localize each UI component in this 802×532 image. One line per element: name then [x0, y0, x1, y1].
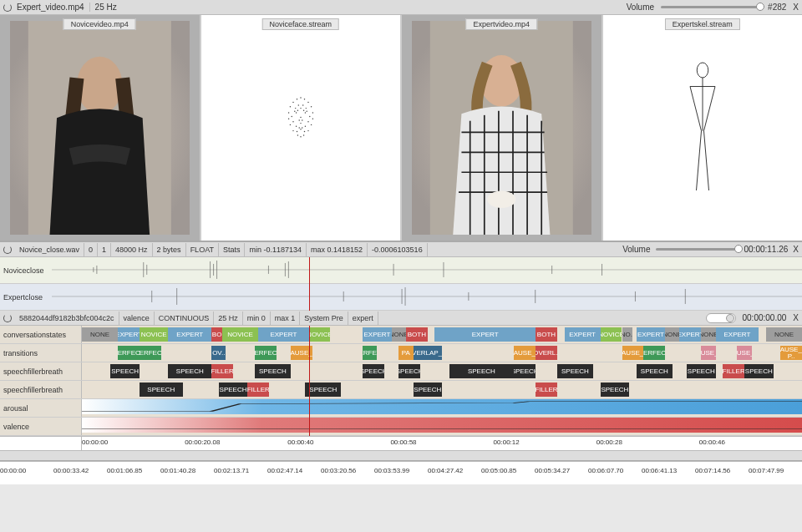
track-row[interactable]: transitionsPERFECTPERFECTOV..PERFECTPAUS… [0, 344, 802, 362]
segment[interactable]: PERFECT [140, 346, 161, 360]
segment[interactable]: PAUSE_B [622, 346, 644, 360]
segment[interactable]: EXPERT [637, 327, 665, 342]
segment[interactable]: SPEECH [168, 364, 211, 378]
segment[interactable]: SPEECH [744, 364, 773, 378]
anno-min: min 0 [243, 312, 271, 325]
track-row[interactable]: speechfillerbreathSPEECHSPEECHFILLERSPEE… [0, 362, 802, 381]
panel-label: Noviceface.stream [261, 18, 339, 30]
segment[interactable]: SPEECH [449, 364, 515, 378]
svg-point-42 [295, 108, 296, 109]
audio-channel[interactable]: 0 [84, 243, 98, 256]
segment[interactable]: NONE [82, 327, 118, 342]
refresh-icon[interactable] [3, 314, 12, 322]
segment[interactable]: NONE [392, 327, 406, 342]
ruler-tick: 00:07:14.56 [695, 467, 730, 474]
segment[interactable]: EXPERT [434, 327, 536, 342]
panel-expert-skel[interactable]: Expertskel.stream [603, 15, 803, 241]
track-content[interactable]: PERFECTPERFECTOV..PERFECTPAUSE_BPERFECTP… [82, 344, 802, 362]
svg-line-65 [696, 131, 701, 190]
fps-label: 25 Hz [89, 3, 117, 12]
segment[interactable]: PERFECT [363, 346, 377, 360]
segment[interactable]: SPEECH [398, 364, 420, 378]
segment[interactable]: BO [211, 327, 222, 342]
segment[interactable]: SPEECH [305, 383, 341, 397]
segment[interactable]: NONE [766, 327, 802, 342]
playhead[interactable] [309, 257, 311, 311]
segment[interactable]: EXPERT [168, 327, 211, 342]
audio-stats[interactable]: Stats [219, 243, 246, 256]
segment[interactable]: EXPERT [363, 327, 391, 342]
audio-volume-slider[interactable] [656, 248, 739, 251]
segment[interactable]: NONE [665, 327, 679, 342]
segment[interactable]: SPEECH [140, 383, 183, 397]
segment[interactable]: PAUSE_W [701, 346, 715, 360]
track-row[interactable]: arousal [0, 399, 802, 418]
track-row[interactable]: conversationstatesNONEEXPERTNOVICEEXPERT… [0, 326, 802, 344]
segment[interactable]: PAUSE_B P.. [780, 346, 802, 360]
segment[interactable]: OVERL.. [536, 346, 557, 360]
segment[interactable]: SPEECH [514, 364, 536, 378]
segment[interactable]: PERFECT [255, 346, 277, 360]
close-button[interactable]: X [793, 313, 799, 322]
panel-expert-video[interactable]: Expertvideo.mp4 [402, 15, 603, 241]
audio-pipe[interactable]: 1 [98, 243, 111, 256]
segment[interactable]: BOTH [536, 327, 557, 342]
segment[interactable]: OV.. [211, 346, 226, 360]
segment[interactable]: FILLER [247, 383, 269, 397]
segment[interactable]: PA [398, 346, 413, 360]
panel-novice-video[interactable]: Novicevideo.mp4 [0, 15, 201, 241]
volume-slider[interactable] [661, 6, 761, 8]
segment[interactable]: NOVICE [222, 327, 258, 342]
segment[interactable]: PAUSE_W [737, 346, 751, 360]
svg-point-17 [297, 134, 297, 135]
segment[interactable]: EXPERT [679, 327, 701, 342]
scroll-indicator[interactable] [0, 451, 802, 461]
close-button[interactable]: X [793, 245, 799, 254]
segment[interactable]: SPEECH [601, 383, 629, 397]
track-row[interactable]: speechfillerbreathSPEECHSPEECHFILLERSPEE… [0, 381, 802, 399]
segment[interactable]: FILLER [536, 383, 557, 397]
track-content[interactable]: NONEEXPERTNOVICEEXPERTBONOVICEEXPERTNOVI… [82, 326, 802, 343]
track-content[interactable] [82, 418, 802, 433]
segment[interactable]: SPEECH [557, 364, 593, 378]
segment[interactable]: PERFECT [118, 346, 140, 360]
segment[interactable]: OVERLAP_W [414, 346, 442, 360]
waveform-row[interactable]: Expertclose [0, 284, 802, 311]
segment[interactable]: FILLER [211, 364, 233, 378]
segment[interactable]: BOTH [406, 327, 428, 342]
track-content[interactable]: SPEECHSPEECHFILLERSPEECHSPEECHSPEECHSPEE… [82, 362, 802, 380]
panel-novice-face[interactable]: Noviceface.stream [201, 15, 403, 241]
audio-rate: 48000 Hz [111, 243, 153, 256]
segment[interactable]: EXPERT [716, 327, 759, 342]
segment[interactable]: SPEECH [255, 364, 291, 378]
track-content[interactable] [82, 399, 802, 414]
segment[interactable]: SPEECH [219, 383, 247, 397]
segment[interactable]: NOVICE [140, 327, 168, 342]
toggle-switch[interactable] [706, 313, 736, 323]
segment[interactable]: EXPERT [118, 327, 140, 342]
segment[interactable]: NO.. [622, 327, 633, 342]
refresh-icon[interactable] [3, 246, 12, 254]
segment[interactable]: EXPERT [258, 327, 308, 342]
segment[interactable]: SPEECH [414, 383, 442, 397]
track-row[interactable]: valence [0, 418, 802, 436]
segment[interactable]: NOVICE [601, 327, 622, 342]
segment[interactable]: EXPERT [565, 327, 601, 342]
waveform-row[interactable]: Noviceclose [0, 257, 802, 284]
time-ruler-bottom[interactable]: 00:00:0000:00:33.4200:01:06.8500:01:40.2… [0, 461, 802, 484]
segment[interactable]: PAUSE_B [514, 346, 536, 360]
close-button[interactable]: X [793, 3, 799, 12]
segment[interactable]: PERFECT [643, 346, 665, 360]
ruler-tick: 00:02:13.71 [214, 467, 249, 474]
track-content[interactable]: SPEECHSPEECHFILLERSPEECHSPEECHFILLERSPEE… [82, 381, 802, 398]
segment[interactable]: FILLER [723, 364, 744, 378]
refresh-icon[interactable] [3, 3, 12, 12]
segment[interactable]: SPEECH [110, 364, 139, 378]
segment[interactable]: SPEECH [637, 364, 673, 378]
time-ruler-top[interactable]: 00:00:0000:00:20.0800:00:4000:00:5800:00… [0, 436, 802, 451]
segment[interactable]: NONE [701, 327, 715, 342]
playhead[interactable] [309, 326, 311, 436]
segment[interactable]: NOVICE [309, 327, 331, 342]
segment[interactable]: SPEECH [363, 364, 384, 378]
segment[interactable]: SPEECH [687, 364, 715, 378]
